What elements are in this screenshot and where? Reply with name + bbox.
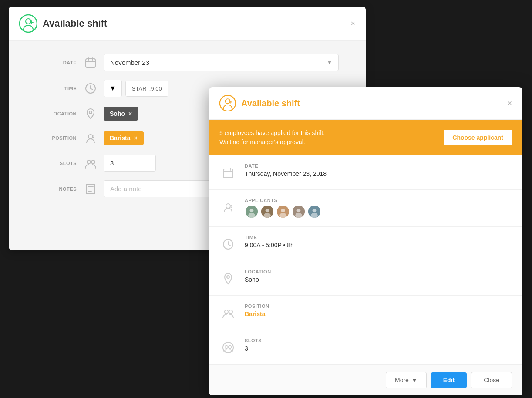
notes-label: NOTES: [35, 186, 83, 192]
position-tag: Barista ×: [104, 131, 144, 145]
svg-point-42: [311, 213, 318, 218]
position-icon: [83, 130, 98, 146]
applicants-avatars: [245, 205, 512, 219]
time-dropdown-arrow: ▼: [109, 84, 116, 92]
location-detail-label: LOCATION: [245, 269, 512, 274]
svg-line-10: [91, 88, 93, 90]
svg-point-41: [313, 209, 317, 212]
svg-point-30: [248, 213, 255, 218]
calendar-icon: [83, 55, 98, 71]
svg-point-11: [89, 111, 92, 114]
fg-modal-footer: More ▼ Edit Close: [209, 364, 522, 395]
position-detail-row: POSITION Barista: [209, 296, 522, 330]
edit-button[interactable]: Edit: [431, 372, 467, 388]
date-label: DATE: [35, 60, 83, 65]
applicants-detail-content: APPLICANTS: [245, 198, 512, 219]
slots-icon: [83, 155, 98, 171]
date-value: November 23: [110, 59, 149, 66]
svg-point-48: [229, 310, 232, 314]
svg-point-1: [26, 19, 31, 24]
svg-point-36: [279, 213, 286, 218]
notes-icon: [83, 181, 98, 197]
date-dropdown-arrow: ▼: [327, 60, 332, 66]
svg-point-32: [266, 209, 269, 212]
time-detail-row: TIME 9:00A - 5:00P • 8h: [209, 227, 522, 261]
slots-detail-content: SLOTS 3: [245, 338, 512, 352]
location-icon: [83, 106, 98, 121]
position-remove-button[interactable]: ×: [134, 135, 137, 142]
more-chevron-icon: ▼: [411, 377, 418, 384]
fg-modal-close-button[interactable]: ×: [507, 99, 512, 108]
time-start-field[interactable]: START:9:00: [125, 81, 168, 97]
location-detail-row: LOCATION Soho: [209, 261, 522, 296]
position-detail-content: POSITION Barista: [245, 304, 512, 317]
date-detail-label: DATE: [245, 163, 512, 169]
applicants-detail-row: APPLICANTS: [209, 190, 522, 227]
detail-location-icon: [219, 270, 237, 287]
foreground-modal: Available shift × 5 employees have appli…: [209, 87, 522, 395]
fg-app-logo-icon: [219, 95, 236, 111]
svg-rect-23: [223, 169, 233, 178]
date-row: DATE November 23 ▼: [35, 54, 348, 71]
svg-point-50: [225, 346, 228, 349]
slots-input[interactable]: 3: [104, 155, 156, 172]
svg-point-29: [250, 209, 254, 212]
svg-point-39: [295, 213, 302, 218]
position-tag-value[interactable]: Barista ×: [104, 131, 144, 145]
detail-clock-icon: [219, 236, 237, 253]
location-remove-button[interactable]: ×: [128, 110, 132, 117]
app-logo-icon: [19, 14, 37, 33]
svg-point-46: [227, 276, 229, 278]
avatar-2: [260, 205, 274, 219]
choose-applicant-button[interactable]: Choose applicant: [444, 130, 512, 145]
clock-icon: [83, 81, 98, 96]
time-start-label: START:: [132, 85, 151, 92]
svg-rect-4: [86, 59, 95, 67]
svg-point-12: [88, 135, 93, 139]
fg-modal-title: Available shift: [241, 98, 300, 108]
fg-close-button[interactable]: Close: [471, 372, 512, 388]
slots-detail-value: 3: [245, 345, 512, 352]
time-start-value: 9:00: [151, 85, 162, 92]
bg-modal-title: Available shift: [43, 18, 107, 29]
position-detail-label: POSITION: [245, 304, 512, 309]
notification-line2: Waiting for manager's approval.: [219, 138, 325, 147]
svg-point-38: [297, 209, 301, 212]
svg-point-27: [226, 204, 230, 208]
location-detail-value: Soho: [245, 276, 512, 283]
avatar-1: [245, 205, 259, 219]
notification-text: 5 employees have applied for this shift.…: [219, 128, 325, 147]
time-detail-label: TIME: [245, 235, 512, 240]
notes-placeholder: Add a note: [110, 185, 142, 192]
time-detail-value: 9:00A - 5:00P • 8h: [245, 242, 512, 249]
detail-applicants-icon: [219, 199, 237, 216]
svg-point-47: [225, 310, 228, 314]
more-button[interactable]: More ▼: [386, 372, 427, 388]
position-label: POSITION: [35, 135, 83, 141]
notification-bar: 5 employees have applied for this shift.…: [209, 120, 522, 155]
date-detail-content: DATE Thursday, November 23, 2018: [245, 163, 512, 177]
avatar-3: [276, 205, 290, 219]
position-detail-value: Barista: [245, 310, 512, 317]
location-tag-value[interactable]: Soho ×: [104, 107, 138, 121]
time-label: TIME: [35, 86, 83, 91]
avatar-5: [307, 205, 321, 219]
location-tag: Soho ×: [104, 107, 138, 121]
svg-point-13: [87, 160, 91, 164]
bg-modal-close-button[interactable]: ×: [350, 19, 355, 28]
date-detail-row: DATE Thursday, November 23, 2018: [209, 155, 522, 190]
slots-label: SLOTS: [35, 161, 83, 166]
slots-detail-label: SLOTS: [245, 338, 512, 343]
svg-point-20: [226, 99, 230, 104]
detail-position-icon: [219, 304, 237, 322]
location-detail-content: LOCATION Soho: [245, 269, 512, 283]
svg-point-33: [264, 213, 271, 218]
time-dropdown[interactable]: ▼: [104, 80, 122, 97]
fg-modal-header-left: Available shift: [219, 95, 300, 111]
detail-slots-icon: [219, 339, 237, 356]
avatar-4: [292, 205, 306, 219]
svg-point-14: [91, 160, 95, 164]
detail-calendar-icon: [219, 164, 237, 182]
date-input[interactable]: November 23 ▼: [104, 54, 339, 71]
bg-modal-header: Available shift ×: [9, 7, 366, 41]
